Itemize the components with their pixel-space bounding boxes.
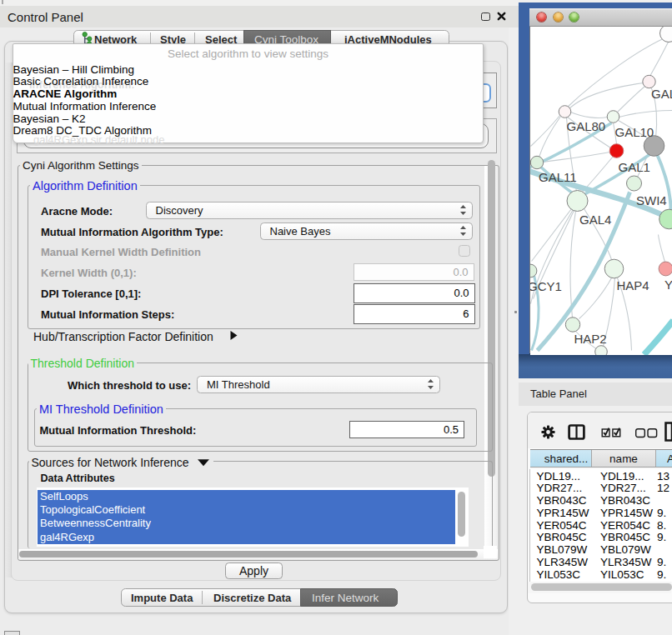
svg-text:GAL4: GAL4	[579, 212, 611, 226]
svg-text:SWI4: SWI4	[636, 192, 667, 207]
svg-text:Y: Y	[664, 277, 672, 291]
svg-text:GAL10: GAL10	[614, 124, 654, 138]
svg-text:HAP2: HAP2	[574, 331, 606, 345]
svg-text:HAP4: HAP4	[616, 278, 649, 292]
svg-text:GAL80: GAL80	[566, 118, 605, 132]
svg-text:GAL: GAL	[651, 86, 672, 100]
svg-text:GAL11: GAL11	[539, 169, 577, 183]
svg-text:GCY1: GCY1	[530, 278, 562, 292]
svg-text:GAL1: GAL1	[618, 159, 649, 173]
